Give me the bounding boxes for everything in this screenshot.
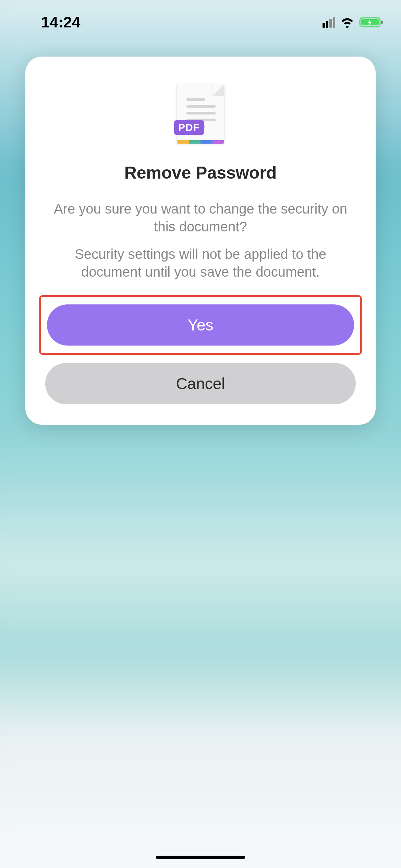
- remove-password-dialog: PDF Remove Password Are you sure you wan…: [25, 57, 376, 425]
- dialog-submessage: Security settings will not be applied to…: [39, 245, 362, 281]
- status-bar: 14:24: [0, 0, 401, 45]
- status-time: 14:24: [17, 14, 81, 31]
- pdf-document-icon: PDF: [175, 84, 226, 146]
- cellular-signal-icon: [323, 17, 335, 28]
- pdf-badge-label: PDF: [174, 120, 204, 135]
- dialog-message: Are you sure you want to change the secu…: [39, 200, 362, 236]
- yes-button-highlight: Yes: [39, 295, 362, 355]
- battery-charging-icon: [359, 16, 384, 28]
- wifi-icon: [340, 17, 354, 28]
- home-indicator[interactable]: [156, 856, 245, 859]
- dialog-title: Remove Password: [39, 163, 362, 183]
- status-icons: [323, 16, 384, 28]
- cancel-button[interactable]: Cancel: [45, 363, 356, 404]
- yes-button[interactable]: Yes: [47, 304, 354, 346]
